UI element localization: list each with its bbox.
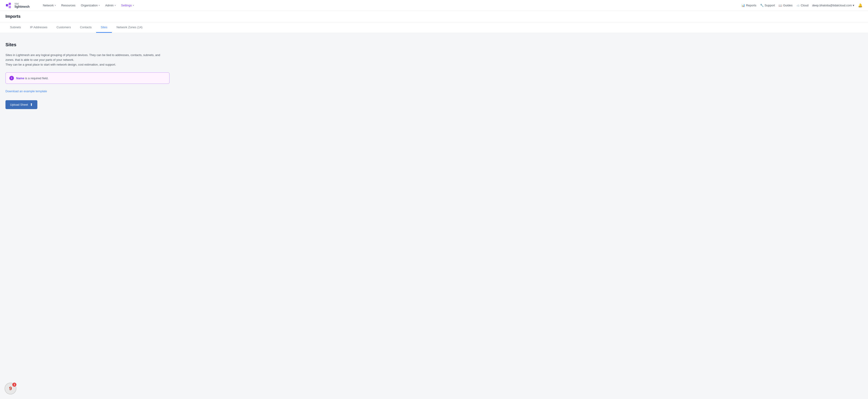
nav-item-organization[interactable]: Organization ▾ xyxy=(79,2,102,8)
main-content: Sites Sites in Lightmesh are any logical… xyxy=(0,33,205,118)
nav-right: 📊 Reports 🔧 Support 📖 Guides ☁️ Cloud de… xyxy=(741,3,863,7)
chevron-down-icon: ▾ xyxy=(115,4,116,7)
badge-count: 3 xyxy=(12,383,17,387)
notifications-bell-icon[interactable]: 🔔 xyxy=(858,3,863,7)
tab-subnets[interactable]: Subnets xyxy=(5,22,26,33)
nav-item-network[interactable]: Network ▾ xyxy=(40,2,58,8)
svg-rect-2 xyxy=(9,6,11,8)
validation-alert: i Name is a required field. xyxy=(5,72,169,84)
upload-sheet-button[interactable]: Upload Sheet ⬆ xyxy=(5,100,37,109)
chevron-down-icon: ▾ xyxy=(133,4,134,7)
nav-guides[interactable]: 📖 Guides xyxy=(778,4,793,7)
tab-sites[interactable]: Sites xyxy=(96,22,112,33)
description-text: Sites in Lightmesh are any logical group… xyxy=(5,53,169,67)
tab-contacts[interactable]: Contacts xyxy=(75,22,96,33)
brand-lightmesh-text: lightmesh xyxy=(14,5,30,8)
nav-items: Network ▾ Resources Organization ▾ Admin… xyxy=(40,2,734,8)
chevron-down-icon: ▾ xyxy=(99,4,100,7)
tab-ip-addresses[interactable]: IP Addresses xyxy=(26,22,52,33)
chevron-down-icon: ▾ xyxy=(55,4,56,7)
navbar: tidal lightmesh Network ▾ Resources Orga… xyxy=(0,0,868,11)
brand-logo[interactable]: tidal lightmesh xyxy=(5,2,30,9)
nav-cloud[interactable]: ☁️ Cloud xyxy=(796,4,809,7)
chart-icon: 📊 xyxy=(741,4,745,7)
nav-item-settings[interactable]: Settings ▾ xyxy=(119,2,136,8)
wrench-icon: 🔧 xyxy=(760,4,764,7)
nav-item-resources[interactable]: Resources xyxy=(59,2,78,8)
nav-item-admin[interactable]: Admin ▾ xyxy=(103,2,118,8)
cloud-icon: ☁️ xyxy=(796,4,800,7)
book-icon: 📖 xyxy=(778,4,782,7)
alert-text: Name is a required field. xyxy=(16,76,49,80)
tab-network-zones[interactable]: Network Zones (14) xyxy=(112,22,147,33)
user-menu[interactable]: deep.bhalotia@tidalcloud.com ▾ xyxy=(812,4,854,7)
page-title: Imports xyxy=(5,14,863,19)
download-template-link[interactable]: Download an example template xyxy=(5,90,47,93)
upload-icon: ⬆ xyxy=(30,102,33,107)
tab-customers[interactable]: Customers xyxy=(52,22,75,33)
page-header: Imports xyxy=(0,11,868,22)
brand-tidal-text: tidal xyxy=(14,3,30,5)
nav-support[interactable]: 🔧 Support xyxy=(760,4,775,7)
tabs-container: Subnets IP Addresses Customers Contacts … xyxy=(0,22,868,33)
nav-reports[interactable]: 📊 Reports xyxy=(741,4,756,7)
svg-rect-4 xyxy=(10,4,10,5)
section-title: Sites xyxy=(5,42,199,47)
svg-rect-3 xyxy=(7,5,9,5)
info-icon: i xyxy=(9,76,14,80)
chevron-down-icon: ▾ xyxy=(853,4,854,7)
grader-badge[interactable]: 9 3 xyxy=(5,383,17,394)
svg-rect-1 xyxy=(9,3,11,5)
